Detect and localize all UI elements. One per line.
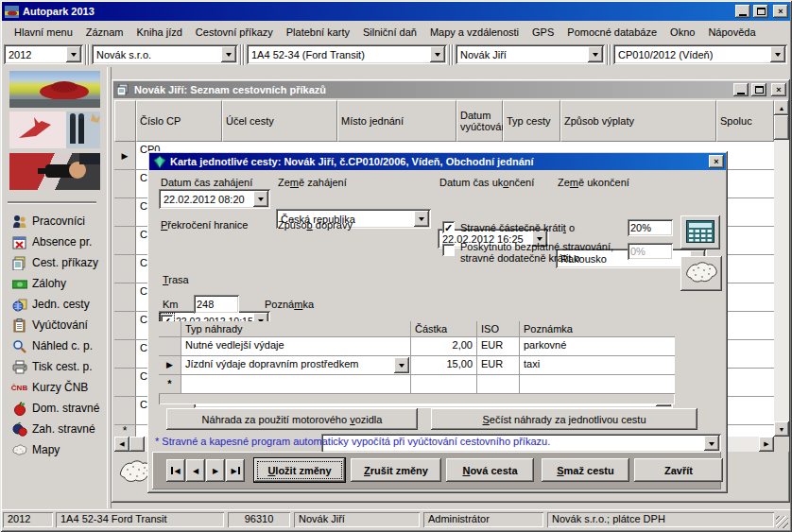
column-header-zpusob-vyplaty[interactable]: Způsob výplaty <box>560 100 716 142</box>
cancel-changes-button[interactable]: Zrušit změny <box>351 458 441 482</box>
row-selector[interactable] <box>114 255 136 283</box>
column-header-typ-cesty[interactable]: Typ cesty <box>503 100 560 142</box>
sidebar-item-jedn-cesty[interactable]: Jedn. cesty <box>11 297 90 312</box>
last-record-button[interactable]: ▶ <box>226 459 245 482</box>
column-header-datum-vyuctovani[interactable]: Datum vyúčtování <box>456 100 503 142</box>
menu-zaznam[interactable]: Záznam <box>79 24 130 41</box>
chevron-down-icon[interactable] <box>588 46 603 62</box>
minimize-button[interactable] <box>733 83 749 96</box>
row-selector[interactable] <box>114 369 136 396</box>
chevron-down-icon[interactable] <box>430 46 445 62</box>
menu-hlavni-menu[interactable]: Hlavní menu <box>8 24 79 41</box>
menu-okno[interactable]: Okno <box>663 24 701 41</box>
documents-icon <box>11 255 27 270</box>
next-record-button[interactable]: ▶ <box>206 459 225 482</box>
vehicle-combobox[interactable]: 1A4 52-34 (Ford Transit) <box>247 44 447 64</box>
delete-trip-button[interactable]: Smaž cestu <box>542 458 629 482</box>
previous-record-button[interactable]: ◀ <box>186 459 205 482</box>
sidebar-item-cest-prikazy[interactable]: Cest. příkazy <box>11 255 98 270</box>
chevron-down-icon[interactable] <box>253 191 268 207</box>
sidebar-item-mapy[interactable]: Mapy <box>11 442 60 457</box>
sidebar-item-nahled[interactable]: Náhled c. p. <box>11 338 93 353</box>
chevron-down-icon[interactable] <box>66 46 81 62</box>
close-button[interactable]: × <box>771 83 786 96</box>
free-meals-input[interactable] <box>628 243 673 260</box>
horizontal-scrollbar-thumb[interactable] <box>129 437 145 452</box>
row-selector[interactable] <box>114 198 136 226</box>
company-combobox[interactable]: Novák s.r.o. <box>92 44 238 64</box>
menu-napoveda[interactable]: Nápověda <box>701 24 762 41</box>
column-header-ucel-cesty[interactable]: Účel cesty <box>222 100 337 142</box>
row-selector[interactable] <box>114 312 136 339</box>
first-record-button[interactable]: ◀ <box>166 459 185 482</box>
menu-cestovni-prikazy[interactable]: Cestovní příkazy <box>189 24 280 41</box>
sidebar-item-zah-stravne[interactable]: Zah. stravné <box>11 421 95 437</box>
minimize-button[interactable] <box>735 5 750 18</box>
column-header-misto-jednani[interactable]: Místo jednání <box>337 100 456 142</box>
travel-order-combobox[interactable]: CP010/2012 (Vídeň) <box>613 44 787 64</box>
sidebar-item-absence[interactable]: Absence pr. <box>11 234 92 249</box>
dialog-button-panel: ◀ ◀ ▶ ▶ Uložit změny Zrušit změny Nová c… <box>152 452 721 489</box>
sidebar-item-zalohy[interactable]: Zálohy <box>11 276 66 291</box>
menu-gps[interactable]: GPS <box>525 24 560 41</box>
map-button[interactable] <box>680 256 722 291</box>
end-datetime-label: Datum čas ukončení <box>439 177 534 188</box>
vertical-scrollbar[interactable]: ▲ ▼ <box>774 100 789 437</box>
clipboard-icon <box>11 317 27 333</box>
sum-compensation-button[interactable]: Sečíst náhrady za jednotlivou cestu <box>431 408 697 430</box>
expense-row[interactable]: Nutné vedlejší výdaje 2,00 EUR parkovné <box>159 337 675 356</box>
sidebar-item-vyuctovani[interactable]: Vyúčtování <box>11 317 88 333</box>
menu-pomocne-databaze[interactable]: Pomocné databáze <box>560 24 663 41</box>
expense-new-row[interactable]: * <box>159 375 675 394</box>
close-dialog-button[interactable]: Zavřít <box>634 458 723 482</box>
maximize-button[interactable] <box>753 5 768 18</box>
chevron-down-icon[interactable] <box>414 211 429 227</box>
chevron-down-icon[interactable] <box>394 357 409 373</box>
route-label: Trasa <box>163 274 189 285</box>
scroll-right-icon[interactable]: ▶ <box>759 437 774 452</box>
close-button[interactable]: × <box>773 5 788 18</box>
row-selector[interactable] <box>114 283 136 311</box>
row-selector[interactable] <box>159 337 181 355</box>
person-combobox[interactable]: Novák Jiří <box>456 44 605 64</box>
free-meals-checkbox[interactable] <box>442 244 455 256</box>
row-selector[interactable] <box>114 227 136 254</box>
km-input[interactable] <box>194 295 239 314</box>
row-selector[interactable] <box>114 170 136 197</box>
status-odometer: 96310 <box>228 512 290 527</box>
new-trip-button[interactable]: Nová cesta <box>446 458 534 482</box>
calculator-button[interactable] <box>680 215 720 249</box>
sidebar-item-kurzy-cnb[interactable]: ČNB Kurzy ČNB <box>11 380 88 395</box>
resize-grip[interactable] <box>776 516 788 528</box>
column-header-spolucestujici[interactable]: Spoluc <box>716 100 774 142</box>
save-changes-button[interactable]: Uložit změny <box>253 457 346 483</box>
vehicle-compensation-button[interactable]: Náhrada za použití motorového vozidla <box>166 408 418 430</box>
menu-silnicni-dan[interactable]: Silniční daň <box>356 24 423 41</box>
scroll-up-icon[interactable]: ▲ <box>774 100 789 115</box>
start-datetime-combobox[interactable]: 22.02.2012 08:20 <box>159 189 270 209</box>
maximize-button[interactable] <box>751 83 766 96</box>
menu-platebni-karty[interactable]: Platební karty <box>280 24 356 41</box>
sidebar-item-pracovnici[interactable]: Pracovníci <box>11 214 85 229</box>
chevron-down-icon[interactable] <box>770 46 785 62</box>
close-icon[interactable]: × <box>709 155 724 168</box>
chevron-down-icon[interactable] <box>704 436 719 451</box>
column-header-cislo-cp[interactable]: Číslo CP <box>136 100 222 142</box>
meal-reduction-checkbox[interactable]: ✓ <box>442 221 455 233</box>
year-combobox[interactable]: 2012 <box>4 44 83 64</box>
meal-reduction-input[interactable] <box>628 219 673 236</box>
row-selector[interactable] <box>114 397 136 424</box>
vertical-scrollbar-thumb[interactable] <box>774 115 789 140</box>
expense-type-combobox[interactable]: Jízdní výdaje dopravním prostředkem <box>181 356 411 374</box>
expenses-column-castka: Částka <box>411 321 477 336</box>
sidebar-item-tisk[interactable]: Tisk cest. p. <box>11 359 93 374</box>
expense-row-current[interactable]: ▶ Jízdní výdaje dopravním prostředkem 15… <box>159 356 675 375</box>
list-window-title: Novák Jiří: Seznam cestovních příkazů <box>134 84 326 95</box>
menu-kniha-jizd[interactable]: Kniha jízd <box>130 24 189 41</box>
chevron-down-icon[interactable] <box>221 46 236 62</box>
scroll-left-icon[interactable]: ◀ <box>114 437 129 452</box>
sidebar-item-dom-stravne[interactable]: Dom. stravné <box>11 401 99 416</box>
menu-mapy-a-vzdalenosti[interactable]: Mapy a vzdálenosti <box>423 24 525 41</box>
row-selector[interactable] <box>114 340 136 368</box>
scroll-down-icon[interactable]: ▼ <box>774 421 789 437</box>
